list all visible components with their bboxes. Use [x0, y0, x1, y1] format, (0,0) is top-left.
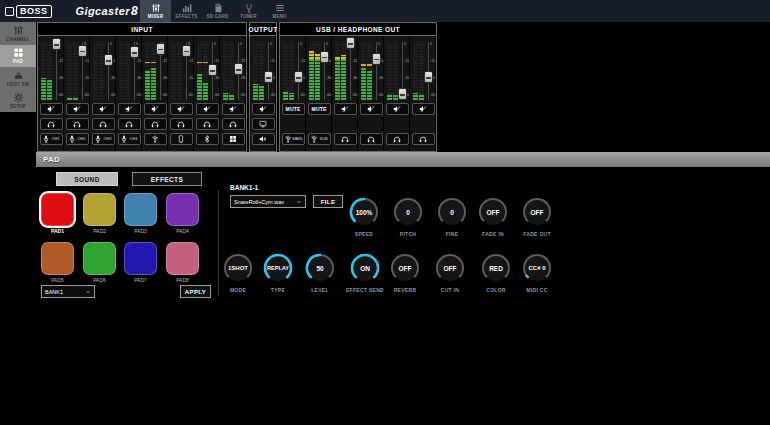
ch4-phones-button[interactable]	[118, 118, 141, 130]
sidebar-item-channel[interactable]: CHANNEL	[0, 22, 36, 45]
usb-fader-handle[interactable]	[156, 43, 165, 55]
phones4-fader-handle[interactable]	[424, 71, 433, 83]
pad-phones-button[interactable]	[222, 118, 245, 130]
pad-source-button[interactable]	[222, 133, 245, 145]
nav-item-menu[interactable]: MENU	[264, 0, 295, 22]
ch2-fader-handle[interactable]	[78, 45, 87, 57]
phones2-mute-button[interactable]	[360, 103, 383, 115]
knob-fade-out[interactable]: OFFFADE OUT	[514, 195, 560, 237]
phones3-fader-handle[interactable]	[398, 88, 407, 100]
knob-fine[interactable]: 0FINE	[429, 195, 475, 237]
ch1-fader-handle[interactable]	[52, 38, 61, 50]
sound-pad-pad3[interactable]	[124, 193, 157, 226]
knob-fade-in[interactable]: OFFFADE IN	[470, 195, 516, 237]
output-source-button[interactable]	[252, 133, 275, 145]
sidebar-item-setup[interactable]: SETUP	[0, 90, 36, 113]
sound-pad-pad7[interactable]	[124, 242, 157, 275]
sound-pad-pad1[interactable]	[41, 193, 74, 226]
nav-item-effects[interactable]: EFFECTS	[171, 0, 202, 22]
knob-type[interactable]: REPLAYTYPE	[255, 251, 301, 293]
knob-speed[interactable]: 100%SPEED	[341, 195, 387, 237]
ch3-fader-handle[interactable]	[104, 54, 113, 66]
ch2-source-button[interactable]: CH2	[66, 133, 89, 145]
phones2-fader-handle[interactable]	[372, 53, 381, 65]
ch3-source-button[interactable]: CH3	[92, 133, 115, 145]
phones1-fader-handle[interactable]	[346, 37, 355, 49]
ch1-source-button[interactable]: CH1	[40, 133, 63, 145]
usb-source-button[interactable]	[144, 133, 167, 145]
ch1-phones-button[interactable]	[40, 118, 63, 130]
usb-main-fader-handle[interactable]	[294, 71, 303, 83]
ch2-mute-button[interactable]	[66, 103, 89, 115]
ch3-phones-button[interactable]	[92, 118, 115, 130]
ch3-mute-button[interactable]	[92, 103, 115, 115]
knob-reverb[interactable]: OFFREVERB	[382, 251, 428, 293]
sidebar-item-foot-sw[interactable]: FOOT SW	[0, 67, 36, 90]
headphone-icon	[367, 135, 375, 143]
usb-sub-mute-button[interactable]: MUTE	[308, 103, 331, 115]
output-monitor-button[interactable]	[252, 118, 275, 130]
tab-sound[interactable]: SOUND	[56, 172, 118, 186]
bluetooth-source-button[interactable]	[196, 133, 219, 145]
phones1-source-button[interactable]	[334, 133, 357, 145]
knob-pitch[interactable]: 0PITCH	[385, 195, 431, 237]
file-button[interactable]: FILE	[313, 195, 343, 208]
mobile-source-button[interactable]	[170, 133, 193, 145]
ch1-mute-button[interactable]	[40, 103, 63, 115]
mobile-fader-handle[interactable]	[182, 45, 191, 57]
knob-level[interactable]: 50LEVEL	[297, 251, 343, 293]
nav-item-label: SD CARD	[207, 14, 229, 19]
usb-phones-button[interactable]	[144, 118, 167, 130]
usb-main-mute-button[interactable]: MUTE	[282, 103, 305, 115]
footswitch-icon	[13, 70, 24, 81]
usb-icon	[310, 135, 318, 143]
bluetooth-fader-handle[interactable]	[208, 64, 217, 76]
phones4-source-button[interactable]	[412, 133, 435, 145]
sidebar-item-pad[interactable]: PAD	[0, 45, 36, 68]
phones1-mute-button[interactable]	[334, 103, 357, 115]
level-meter	[413, 42, 418, 100]
nav-item-mixer[interactable]: MIXER	[140, 0, 171, 22]
fader-scale-tick: 0	[404, 41, 406, 45]
knob-cut-in[interactable]: OFFCUT IN	[427, 251, 473, 293]
sound-pad-pad2[interactable]	[83, 193, 116, 226]
tab-effects[interactable]: EFFECTS	[132, 172, 202, 186]
bank-select[interactable]: BANK1	[41, 285, 95, 298]
nav-item-sd-card[interactable]: SD CARD	[202, 0, 233, 22]
mobile-phones-button[interactable]	[170, 118, 193, 130]
mixer-strip-phones2: 0-15-30-60	[358, 36, 384, 151]
usb-main-source-button[interactable]: MAIN	[282, 133, 305, 145]
usb-mute-button[interactable]	[144, 103, 167, 115]
sound-pad-pad5[interactable]	[41, 242, 74, 275]
phones2-source-button[interactable]	[360, 133, 383, 145]
wav-file-select[interactable]: SnareRoll+Cym.wav	[230, 195, 306, 208]
ch4-fader-handle[interactable]	[130, 46, 139, 58]
bluetooth-mute-button[interactable]	[196, 103, 219, 115]
usb-sub-source-button[interactable]: SUB	[308, 133, 331, 145]
ch4-mute-button[interactable]	[118, 103, 141, 115]
ch4-source-button[interactable]: CH4	[118, 133, 141, 145]
phones3-source-button[interactable]	[386, 133, 409, 145]
pad-label: PAD6	[79, 277, 120, 283]
knob-midi-cc[interactable]: CC# 0MIDI CC	[514, 251, 560, 293]
apply-button[interactable]: APPLY	[180, 285, 211, 298]
sound-pad-pad4[interactable]	[166, 193, 199, 226]
ch2-phones-button[interactable]	[66, 118, 89, 130]
mute-icon	[177, 105, 185, 113]
pad-fader-handle[interactable]	[234, 63, 243, 75]
nav-item-tuner[interactable]: TUNER	[233, 0, 264, 22]
phones4-mute-button[interactable]	[412, 103, 435, 115]
output-mute-button[interactable]	[252, 103, 275, 115]
knob-name: MIDI CC	[514, 287, 560, 293]
usb-sub-fader-handle[interactable]	[320, 51, 329, 63]
knob-color[interactable]: REDCOLOR	[473, 251, 519, 293]
sidebar-item-label: SETUP	[10, 104, 26, 109]
mobile-mute-button[interactable]	[170, 103, 193, 115]
pad-mute-button[interactable]	[222, 103, 245, 115]
output-fader-handle[interactable]	[264, 71, 273, 83]
sound-pad-pad6[interactable]	[83, 242, 116, 275]
phones3-mute-button[interactable]	[386, 103, 409, 115]
level-meter	[341, 42, 346, 100]
bluetooth-phones-button[interactable]	[196, 118, 219, 130]
sound-pad-pad8[interactable]	[166, 242, 199, 275]
